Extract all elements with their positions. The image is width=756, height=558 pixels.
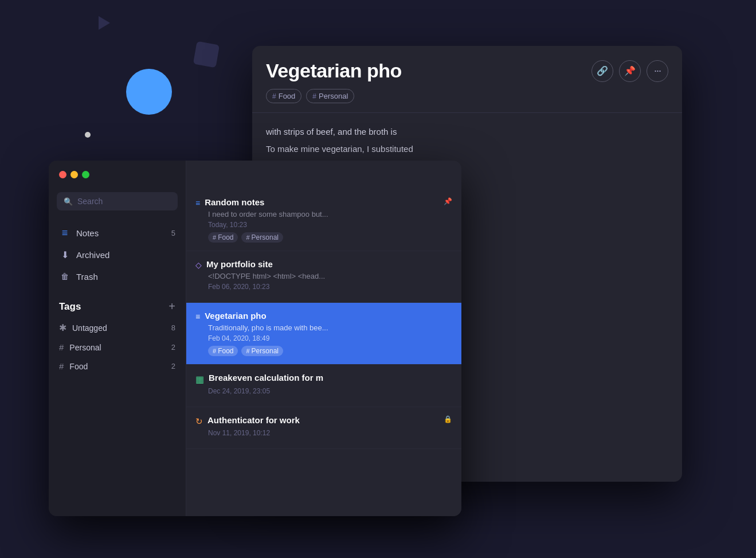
more-icon: ··· [654, 65, 661, 77]
personal-tag-label: Personal [69, 343, 101, 352]
content-line-1: with strips of beef, and the broth is [266, 124, 668, 139]
tag-food-label: Food [279, 92, 296, 100]
bg-circle-decoration [126, 69, 172, 115]
more-options-button[interactable]: ··· [647, 60, 668, 82]
note-random-title: Random notes [205, 197, 439, 207]
note-portfolio-icon: ◇ [195, 260, 202, 270]
untagged-label: Untagged [72, 323, 107, 333]
tags-label: Tags [59, 301, 81, 313]
archive-icon: ⬇ [59, 249, 70, 260]
tags-section-header: Tags + [49, 296, 186, 318]
note-pho-title: Vegetarian pho [205, 311, 452, 321]
close-button[interactable] [59, 171, 66, 178]
tag-personal[interactable]: # Personal [306, 89, 354, 103]
note-item-breakeven[interactable]: ▦ Breakeven calculation for m Dec 24, 20… [186, 365, 461, 407]
sidebar-nav: ≡ Notes 5 ⬇ Archived 🗑 Trash [49, 222, 186, 287]
note-pho-date: Feb 04, 2020, 18:49 [208, 334, 452, 342]
note-actions: 🔗 📌 ··· [592, 60, 668, 82]
note-portfolio-title: My portfolio site [206, 259, 452, 269]
archived-label: Archived [76, 250, 109, 260]
note-auth-icon: ↻ [195, 416, 203, 427]
notes-label: Notes [76, 228, 99, 238]
note-detail-header: Vegetarian pho 🔗 📌 ··· # Food # Perso [252, 46, 682, 113]
content-line-2: To make mine vegetarian, I substituted [266, 142, 668, 157]
search-placeholder: Search [77, 197, 103, 206]
app-window: 🔍 Search ≡ Notes 5 ⬇ Archived 🗑 Trash Ta… [49, 161, 461, 516]
note-random-icon: ≡ [195, 198, 200, 208]
sidebar-item-personal[interactable]: # Personal 2 [53, 338, 181, 357]
note-random-preview: I need to order some shampoo but... [208, 210, 452, 218]
note-pho-preview: Traditionally, pho is made with bee... [208, 323, 452, 332]
pho-tag-personal-label: Personal [252, 347, 279, 355]
note-pho-icon: ≡ [195, 312, 200, 321]
tag-personal-chip: # Personal [241, 232, 283, 243]
pin-indicator: 📌 [444, 197, 452, 205]
note-item-random-notes[interactable]: ≡ Random notes 📌 I need to order some sh… [186, 189, 461, 251]
tag-personal-chip-label: Personal [252, 233, 279, 241]
food-tag-icon: # [59, 361, 64, 371]
tags-add-button[interactable]: + [169, 300, 175, 313]
note-random-tags: # Food # Personal [208, 232, 452, 243]
untagged-icon: ✱ [59, 322, 66, 333]
food-tag-label: Food [69, 362, 88, 371]
note-item-portfolio[interactable]: ◇ My portfolio site <!DOCTYPE html> <htm… [186, 251, 461, 303]
hash-icon: # [312, 92, 316, 100]
note-item-veg-pho[interactable]: ≡ Vegetarian pho Traditionally, pho is m… [186, 303, 461, 365]
note-auth-date: Nov 11, 2019, 10:12 [208, 429, 452, 437]
note-auth-title: Authenticator for work [207, 415, 437, 425]
note-title-row: Vegetarian pho 🔗 📌 ··· [266, 60, 668, 82]
pho-tag-personal-chip: # Personal [241, 346, 283, 356]
window-traffic-lights [59, 171, 89, 178]
sidebar-item-food[interactable]: # Food 2 [53, 357, 181, 376]
trash-icon: 🗑 [59, 271, 70, 282]
personal-tag-icon: # [59, 342, 64, 352]
attachment-button[interactable]: 🔗 [592, 60, 613, 82]
sidebar-item-untagged[interactable]: ✱ Untagged 8 [53, 318, 181, 338]
note-portfolio-date: Feb 06, 2020, 10:23 [208, 283, 452, 291]
note-breakeven-date: Dec 24, 2019, 23:05 [208, 387, 452, 395]
note-breakeven-title: Breakeven calculation for m [209, 373, 452, 383]
tag-food-chip-label: Food [218, 233, 233, 241]
note-breakeven-icon: ▦ [195, 374, 204, 385]
pin-button[interactable]: 📌 [619, 60, 641, 82]
note-portfolio-preview: <!DOCTYPE html> <html> <head... [208, 272, 452, 280]
attachment-icon: 🔗 [597, 65, 608, 76]
bg-arrow-decoration [99, 16, 110, 30]
personal-count: 2 [171, 343, 175, 352]
sidebar-item-archived[interactable]: ⬇ Archived [53, 244, 181, 266]
fullscreen-button[interactable] [82, 171, 89, 178]
note-pho-tags: # Food # Personal [208, 346, 452, 356]
search-icon: 🔍 [64, 197, 73, 206]
notes-icon: ≡ [59, 227, 70, 239]
untagged-count: 8 [171, 323, 175, 332]
notes-count: 5 [171, 229, 175, 237]
sidebar: 🔍 Search ≡ Notes 5 ⬇ Archived 🗑 Trash Ta… [49, 161, 186, 516]
note-detail-title: Vegetarian pho [266, 60, 402, 82]
tag-food-chip: # Food [208, 232, 238, 243]
pho-tag-food-label: Food [218, 347, 233, 355]
hash-icon: # [272, 92, 276, 100]
tag-food[interactable]: # Food [266, 89, 301, 103]
bg-dot-decoration [85, 132, 91, 138]
sidebar-item-trash[interactable]: 🗑 Trash [53, 266, 181, 287]
pho-tag-food-chip: # Food [208, 346, 238, 356]
pin-icon: 📌 [624, 65, 636, 76]
lock-icon: 🔒 [444, 415, 452, 423]
bg-square-decoration [193, 41, 220, 68]
food-count: 2 [171, 362, 175, 370]
sidebar-item-notes[interactable]: ≡ Notes 5 [53, 222, 181, 244]
notes-list: ≡ Random notes 📌 I need to order some sh… [186, 161, 461, 516]
note-tags-row: # Food # Personal [266, 89, 668, 103]
note-item-authenticator[interactable]: ↻ Authenticator for work 🔒 Nov 11, 2019,… [186, 407, 461, 449]
note-random-date: Today, 10:23 [208, 221, 452, 229]
tag-personal-label: Personal [319, 92, 348, 100]
trash-label: Trash [76, 272, 98, 282]
minimize-button[interactable] [70, 171, 78, 178]
search-bar[interactable]: 🔍 Search [57, 192, 178, 210]
